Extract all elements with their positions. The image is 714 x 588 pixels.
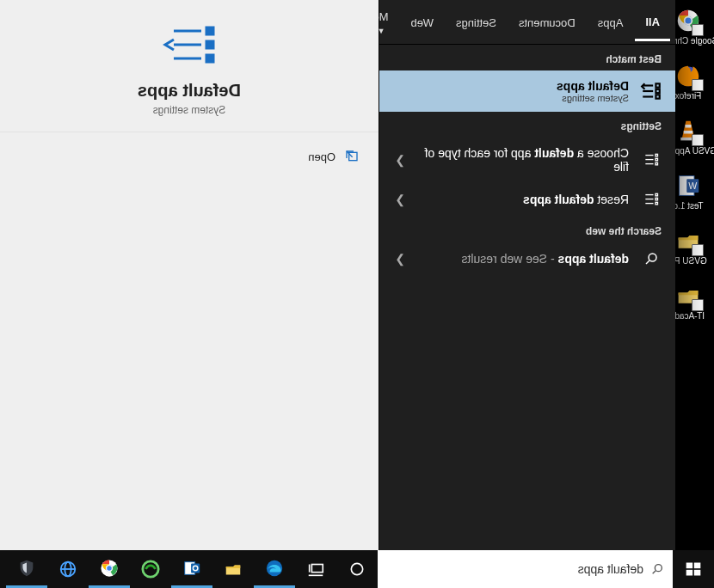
svg-point-2 bbox=[685, 17, 692, 25]
svg-rect-36 bbox=[349, 152, 357, 160]
result-title: Default apps bbox=[391, 79, 629, 93]
taskbar-app-edge[interactable] bbox=[254, 550, 295, 588]
svg-rect-20 bbox=[656, 162, 658, 165]
svg-rect-45 bbox=[311, 565, 323, 573]
svg-rect-24 bbox=[656, 198, 658, 200]
section-search-web: Search the web bbox=[379, 217, 675, 242]
result-best-default-apps[interactable]: Default apps System settings bbox=[379, 70, 675, 112]
svg-rect-50 bbox=[191, 563, 200, 573]
start-button[interactable] bbox=[673, 550, 714, 588]
svg-rect-18 bbox=[656, 158, 658, 161]
svg-rect-38 bbox=[694, 563, 701, 569]
taskbar-app-secure[interactable] bbox=[6, 550, 47, 588]
search-icon bbox=[650, 562, 664, 576]
desktop-label: Firefox bbox=[675, 91, 702, 101]
tab-documents[interactable]: Documents bbox=[508, 4, 586, 40]
taskbar bbox=[0, 550, 714, 588]
svg-rect-32 bbox=[206, 41, 213, 48]
task-view-button[interactable] bbox=[295, 550, 336, 588]
cortana-button[interactable] bbox=[336, 550, 378, 588]
svg-point-28 bbox=[649, 254, 656, 261]
taskbar-app-globe[interactable] bbox=[47, 550, 89, 588]
settings-list-icon bbox=[639, 151, 663, 168]
default-apps-icon bbox=[162, 24, 217, 65]
open-action[interactable]: Open bbox=[15, 144, 363, 168]
result-title: default apps - See web results bbox=[419, 252, 629, 266]
result-reset-default-apps[interactable]: Reset default apps ❯ bbox=[379, 182, 675, 217]
start-search-panel: All Apps Documents Settings Web More ▼ F… bbox=[0, 0, 675, 550]
firefox-icon bbox=[674, 62, 702, 89]
svg-line-29 bbox=[646, 260, 649, 264]
svg-rect-22 bbox=[656, 193, 658, 196]
open-label: Open bbox=[308, 150, 335, 163]
svg-rect-40 bbox=[694, 570, 701, 576]
search-input[interactable] bbox=[386, 562, 643, 576]
result-choose-default-app-per-type[interactable]: Choose a default app for each type of fi… bbox=[379, 138, 675, 182]
preview-actions: Open bbox=[0, 132, 379, 181]
taskbar-app-swirl[interactable] bbox=[130, 550, 171, 588]
svg-text:W: W bbox=[688, 181, 697, 191]
chrome-icon bbox=[674, 7, 702, 34]
taskbar-app-file-explorer[interactable] bbox=[212, 550, 254, 588]
search-icon bbox=[639, 251, 663, 266]
svg-rect-30 bbox=[206, 28, 213, 34]
settings-list-icon bbox=[639, 191, 663, 208]
result-web-default-apps[interactable]: default apps - See web results ❯ bbox=[379, 242, 675, 275]
svg-point-52 bbox=[143, 561, 158, 577]
result-title: Choose a default app for each type of fi… bbox=[419, 146, 629, 174]
taskbar-app-chrome[interactable] bbox=[89, 550, 130, 588]
result-title: Reset default apps bbox=[419, 193, 629, 206]
tab-settings[interactable]: Settings bbox=[446, 4, 507, 40]
chevron-right-icon: ❯ bbox=[391, 153, 409, 167]
svg-rect-41 bbox=[686, 570, 693, 576]
chevron-right-icon: ❯ bbox=[391, 193, 409, 206]
desktop-label: Test 1.d bbox=[673, 201, 703, 211]
word-icon: W bbox=[674, 172, 702, 199]
svg-rect-26 bbox=[656, 202, 658, 205]
tab-apps[interactable]: Apps bbox=[588, 4, 634, 40]
svg-line-43 bbox=[653, 571, 656, 573]
preview-column: Default apps System settings Open bbox=[0, 0, 379, 550]
svg-rect-12 bbox=[656, 89, 659, 93]
search-tabs: All Apps Documents Settings Web More ▼ F… bbox=[379, 0, 675, 45]
svg-rect-10 bbox=[656, 83, 659, 87]
taskbar-app-outlook[interactable] bbox=[171, 550, 212, 588]
folder-icon bbox=[674, 282, 702, 309]
svg-rect-39 bbox=[686, 563, 693, 569]
svg-rect-5 bbox=[686, 125, 692, 128]
preview-header: Default apps System settings bbox=[0, 0, 379, 132]
svg-point-42 bbox=[655, 565, 662, 572]
result-subtitle: System settings bbox=[391, 93, 629, 103]
preview-title: Default apps bbox=[138, 81, 241, 101]
default-apps-icon bbox=[639, 80, 663, 102]
vlc-icon bbox=[674, 117, 702, 144]
svg-rect-6 bbox=[684, 131, 693, 134]
svg-rect-14 bbox=[656, 95, 659, 98]
section-settings: Settings bbox=[379, 112, 675, 138]
tab-web[interactable]: Web bbox=[401, 4, 445, 40]
results-column: All Apps Documents Settings Web More ▼ F… bbox=[379, 0, 675, 550]
preview-subtitle: System settings bbox=[153, 104, 226, 116]
open-icon bbox=[344, 150, 360, 163]
section-best-match: Best match bbox=[379, 45, 675, 70]
taskbar-search[interactable] bbox=[378, 550, 673, 588]
desktop-label: IT-Acad- bbox=[672, 311, 705, 322]
svg-point-55 bbox=[107, 565, 113, 571]
folder-icon bbox=[674, 227, 702, 254]
svg-point-44 bbox=[351, 563, 362, 574]
tab-all[interactable]: All bbox=[635, 3, 670, 41]
svg-rect-4 bbox=[680, 138, 696, 141]
svg-rect-16 bbox=[656, 154, 658, 156]
svg-rect-34 bbox=[206, 55, 213, 62]
chevron-right-icon: ❯ bbox=[391, 252, 409, 266]
